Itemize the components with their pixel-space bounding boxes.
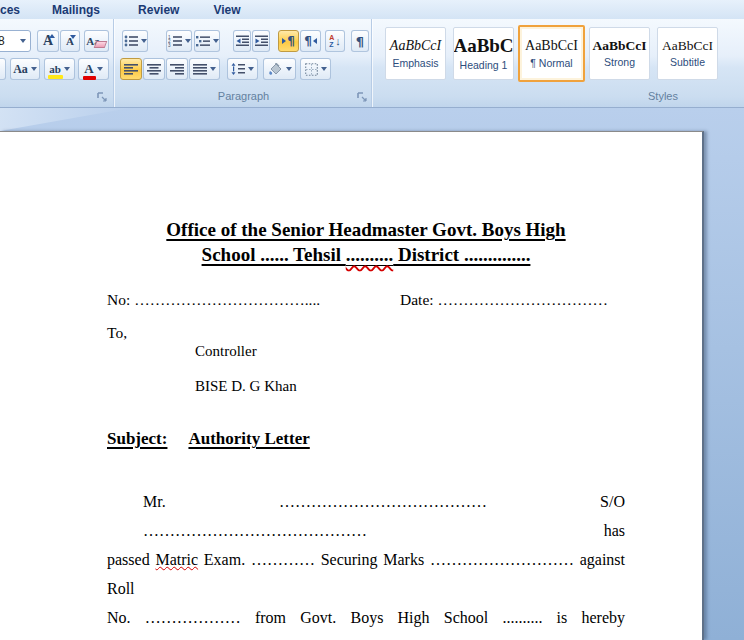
no-field: No: …………………………….... bbox=[107, 291, 320, 308]
font-group: 8 A A Aa Aa ab A bbox=[0, 19, 114, 107]
right-to-left-button[interactable]: ¶ bbox=[300, 30, 321, 52]
numbering-button[interactable]: 123 bbox=[166, 30, 192, 52]
sort-az-icon: AZ ↓ bbox=[329, 34, 341, 48]
decrease-indent-button[interactable] bbox=[233, 30, 251, 52]
multilevel-list-button[interactable] bbox=[194, 30, 220, 52]
chevron-down-icon bbox=[210, 67, 216, 71]
recipient-title: Controller bbox=[195, 343, 625, 360]
chevron-down-icon bbox=[31, 67, 37, 71]
chevron-down-icon bbox=[64, 67, 70, 71]
grow-font-icon bbox=[49, 34, 55, 38]
svg-text:3: 3 bbox=[168, 43, 171, 47]
body-line: authorized to issue Matric Degree on my … bbox=[107, 632, 625, 640]
body-line: Mr. ………………………………… S/O …………………………………… has bbox=[107, 487, 625, 545]
paragraph-dialog-launcher[interactable] bbox=[356, 91, 368, 103]
increase-indent-icon bbox=[255, 35, 268, 47]
style-card-normal-selected[interactable]: AaBbCcI ¶ Normal bbox=[518, 25, 585, 82]
align-right-button[interactable] bbox=[166, 58, 188, 80]
increase-indent-button[interactable] bbox=[252, 30, 270, 52]
style-card-heading1[interactable]: AaBbC Heading 1 bbox=[453, 27, 514, 80]
document-content: Office of the Senior Headmaster Govt. Bo… bbox=[107, 132, 625, 640]
document-canvas: Office of the Senior Headmaster Govt. Bo… bbox=[0, 108, 744, 640]
no-date-row: No: …………………………….... Date: …………………………… bbox=[107, 291, 625, 311]
canvas-gradient-wedge bbox=[0, 108, 130, 131]
highlight-color-bar-icon bbox=[48, 75, 63, 79]
letter-body: Mr. ………………………………… S/O …………………………………… has… bbox=[107, 487, 625, 640]
document-page[interactable]: Office of the Senior Headmaster Govt. Bo… bbox=[0, 131, 704, 640]
dialog-launcher-icon bbox=[96, 91, 108, 103]
tab-references-partial[interactable]: ces bbox=[0, 1, 32, 19]
body-line: No. ……………… from Govt. Boys High School .… bbox=[107, 603, 625, 632]
tab-review[interactable]: Review bbox=[126, 1, 191, 19]
style-card-subtitle[interactable]: AaBbCcI Subtitle bbox=[657, 27, 718, 80]
paragraph-group: 123 bbox=[115, 19, 372, 107]
styles-gallery: AaBbCcI Emphasis AaBbC Heading 1 AaBbCcI… bbox=[385, 27, 718, 80]
multilevel-list-icon bbox=[196, 35, 210, 47]
text-highlight-button[interactable]: ab bbox=[44, 58, 75, 80]
recipient-org: BISE D. G Khan bbox=[195, 378, 625, 395]
paragraph-group-label: Paragraph bbox=[115, 90, 372, 105]
spellcheck-underline: .......... bbox=[346, 244, 394, 266]
dialog-launcher-icon bbox=[356, 91, 368, 103]
clear-formatting-button[interactable]: Aa bbox=[84, 30, 109, 52]
subject-label: Subject: bbox=[107, 429, 167, 448]
cut-off-button[interactable] bbox=[0, 58, 6, 80]
chevron-down-icon bbox=[248, 67, 254, 71]
sort-button[interactable]: AZ ↓ bbox=[325, 30, 345, 52]
chevron-down-icon bbox=[213, 39, 219, 43]
chevron-down-icon bbox=[286, 67, 292, 71]
borders-button[interactable] bbox=[300, 58, 331, 80]
justify-icon bbox=[193, 64, 207, 75]
tab-view[interactable]: View bbox=[201, 1, 252, 19]
left-to-right-button[interactable]: ¶ bbox=[278, 30, 299, 52]
line-spacing-button[interactable] bbox=[227, 58, 258, 80]
shading-button[interactable] bbox=[263, 58, 296, 80]
font-color-button[interactable]: A bbox=[78, 58, 109, 80]
font-color-bar-icon bbox=[83, 76, 96, 80]
to-line: To, bbox=[107, 324, 625, 342]
line-spacing-icon bbox=[231, 63, 245, 75]
shrink-font-button[interactable]: A bbox=[60, 30, 80, 52]
chevron-down-icon bbox=[141, 39, 147, 43]
styles-group: AaBbCcI Emphasis AaBbC Heading 1 AaBbCcI… bbox=[373, 19, 744, 107]
decrease-indent-icon bbox=[236, 35, 249, 47]
font-size-value: 8 bbox=[0, 34, 5, 48]
shrink-font-icon bbox=[70, 35, 76, 39]
justify-button[interactable] bbox=[189, 58, 220, 80]
align-center-icon bbox=[147, 64, 161, 75]
font-size-combobox[interactable]: 8 bbox=[0, 30, 31, 52]
align-left-icon bbox=[124, 64, 138, 75]
change-case-button[interactable]: Aa bbox=[10, 58, 40, 80]
paint-bucket-icon bbox=[267, 63, 283, 76]
subject-line: Subject:Authority Letter bbox=[107, 429, 625, 449]
ltr-arrow-icon bbox=[282, 38, 286, 44]
letter-title: Office of the Senior Headmaster Govt. Bo… bbox=[107, 218, 625, 267]
numbered-list-icon: 123 bbox=[168, 35, 182, 47]
align-left-button[interactable] bbox=[120, 58, 142, 80]
eraser-icon bbox=[94, 41, 108, 48]
style-card-strong[interactable]: AaBbCcI Strong bbox=[589, 27, 650, 80]
chevron-down-icon bbox=[97, 67, 103, 71]
rtl-arrow-icon bbox=[313, 38, 317, 44]
font-dialog-launcher[interactable] bbox=[96, 91, 108, 103]
borders-grid-icon bbox=[305, 63, 318, 76]
grow-font-button[interactable]: A bbox=[37, 30, 59, 52]
tab-mailings[interactable]: Mailings bbox=[40, 1, 112, 19]
chevron-down-icon bbox=[20, 39, 26, 43]
body-line: passed Matric Exam. ………… Securing Marks … bbox=[107, 545, 625, 603]
styles-group-label: Styles bbox=[593, 90, 733, 105]
ribbon: 8 A A Aa Aa ab A bbox=[0, 19, 744, 108]
subject-value: Authority Letter bbox=[188, 429, 309, 448]
bullets-button[interactable] bbox=[122, 30, 148, 52]
spellcheck-underline: Matric bbox=[155, 551, 198, 568]
align-center-button[interactable] bbox=[143, 58, 165, 80]
ribbon-tab-bar: ces Mailings Review View bbox=[0, 0, 744, 19]
chevron-down-icon bbox=[321, 67, 327, 71]
align-right-icon bbox=[170, 64, 184, 75]
chevron-down-icon bbox=[185, 39, 191, 43]
bullet-list-icon bbox=[124, 35, 138, 47]
show-paragraph-marks-button[interactable]: ¶ bbox=[351, 30, 369, 52]
style-card-emphasis[interactable]: AaBbCcI Emphasis bbox=[385, 27, 446, 80]
date-field: Date: …………………………… bbox=[400, 291, 608, 309]
